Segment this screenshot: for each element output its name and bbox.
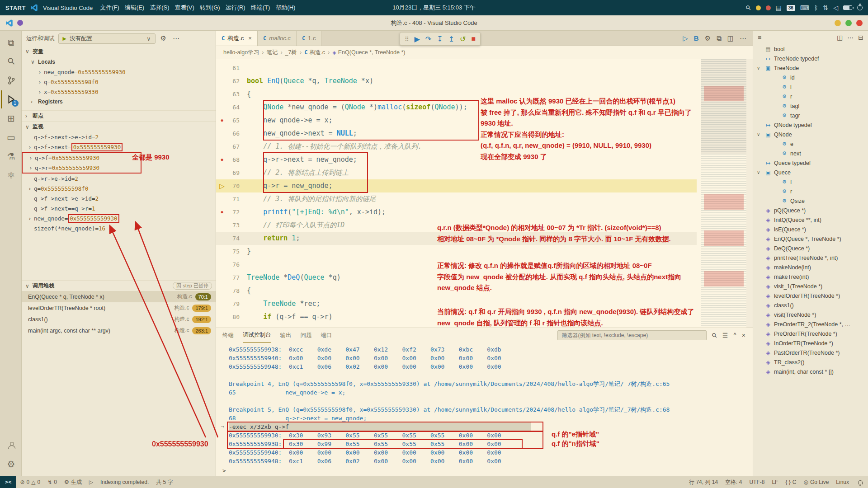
outline-item[interactable]: ◈PastOrderTR(TreeNode *): [753, 348, 868, 357]
more-actions-icon[interactable]: ⋯: [740, 34, 746, 42]
input-method-indicator[interactable]: 36: [787, 5, 795, 11]
panel-tab[interactable]: 终端: [222, 328, 234, 343]
outline-item[interactable]: ◈visit(TreeNode *): [753, 310, 868, 319]
outline-item[interactable]: ◈printTree(TreeNode *, int): [753, 253, 868, 263]
search-view-icon[interactable]: ⚲: [0, 48, 24, 75]
outline-item[interactable]: ▤bool: [753, 44, 868, 54]
drag-handle-icon[interactable]: ⠿: [405, 36, 409, 42]
indentation-setting[interactable]: 空格: 4: [722, 479, 745, 486]
outline-item[interactable]: ◈visit_1(TreeNode *): [753, 282, 868, 291]
close-icon[interactable]: ×: [248, 35, 252, 42]
chemistry-view-icon[interactable]: ⚛: [1, 166, 21, 184]
watch-item[interactable]: ›q = 0x5555555598f0: [22, 183, 216, 193]
callstack-frame[interactable]: main(int argc, const char ** argv)构造.c26…: [22, 325, 216, 336]
outline-item[interactable]: ◈PreOrderTR(TreeNode *): [753, 329, 868, 338]
problems-indicator[interactable]: ⊘0 △0: [16, 476, 44, 488]
breakpoint-icon[interactable]: ●: [216, 153, 228, 166]
go-live-button[interactable]: ◎Go Live: [800, 479, 832, 485]
menu-item[interactable]: 转到(G): [197, 4, 223, 12]
outline-item[interactable]: ◈pQ(Quece *): [753, 206, 868, 215]
menu-item[interactable]: 查看(V): [172, 4, 197, 12]
breadcrumb-item[interactable]: 笔记: [266, 49, 278, 56]
variables-section-header[interactable]: ∨ 变量: [22, 46, 216, 57]
eol-setting[interactable]: LF: [768, 479, 782, 485]
stop-button[interactable]: ■: [471, 35, 476, 43]
console-filter-input[interactable]: [557, 330, 707, 340]
outline-item[interactable]: ↦Quece typedef: [753, 158, 868, 168]
minimize-button[interactable]: [835, 20, 841, 26]
breakpoint-gutter[interactable]: [216, 271, 228, 284]
open-changes-icon[interactable]: ⧉: [717, 34, 722, 42]
search-icon[interactable]: ⚲: [744, 4, 753, 12]
breakpoint-gutter[interactable]: [216, 140, 228, 153]
split-icon[interactable]: ◫: [837, 34, 843, 41]
outline-item[interactable]: ⚙id: [753, 73, 868, 82]
breadcrumb-item[interactable]: _7树: [285, 49, 297, 56]
watch-item[interactable]: ›q->f->next = 0x555555559930: [22, 142, 216, 152]
keyboard-icon[interactable]: ⌨: [800, 4, 809, 11]
more-actions-icon[interactable]: ⋯: [847, 34, 854, 41]
breadcrumb-item[interactable]: ◈EnQ(Quece *, TreeNode *): [332, 49, 405, 56]
outline-item[interactable]: ◈makeTree(int): [753, 272, 868, 282]
ports-indicator[interactable]: ↯0: [44, 476, 61, 488]
outline-item[interactable]: ⚙f: [753, 177, 868, 187]
local-variable[interactable]: ›new_qnode = 0x555555559930: [22, 67, 216, 77]
breakpoints-section-header[interactable]: › 断点: [22, 110, 216, 121]
breakpoint-gutter[interactable]: [216, 232, 228, 245]
registers-scope[interactable]: › Registers: [22, 97, 216, 107]
remote-indicator[interactable]: ><: [0, 476, 16, 488]
outline-item[interactable]: ◈isE(Quece *): [753, 225, 868, 234]
start-button[interactable]: START: [5, 5, 26, 11]
menu-item[interactable]: 编辑(E): [122, 4, 147, 12]
menu-icon[interactable]: ☰: [722, 332, 728, 339]
outline-item[interactable]: ⚙e: [753, 139, 868, 149]
debug-current-line-icon[interactable]: ▷: [216, 179, 228, 192]
code-line[interactable]: 75}: [216, 245, 697, 258]
more-actions-icon[interactable]: ⋯: [171, 34, 181, 42]
filter-search-icon[interactable]: ⚲: [710, 331, 719, 340]
step-into-button[interactable]: ↧: [437, 35, 443, 43]
step-over-button[interactable]: ↷: [425, 35, 431, 43]
menu-item[interactable]: 终端(T): [248, 4, 273, 12]
code-line[interactable]: 62bool EnQ(Quece *q, TreeNode *x): [216, 75, 697, 88]
panel-tab[interactable]: 端口: [321, 328, 332, 343]
code-line[interactable]: ●72 printf("[+]EnQ: %d\n", x->id);: [216, 206, 697, 219]
breakpoint-icon[interactable]: ●: [216, 114, 228, 127]
indicator-red-icon[interactable]: [766, 5, 771, 10]
indicator-yellow-icon[interactable]: [756, 5, 761, 10]
breakpoint-gutter[interactable]: [216, 61, 228, 75]
code-line[interactable]: 61: [216, 61, 697, 75]
run-task-button[interactable]: ▷: [85, 476, 97, 488]
bluetooth-icon[interactable]: ᛒ: [814, 4, 818, 11]
collapse-all-icon[interactable]: ⊟: [858, 34, 863, 41]
outline-item[interactable]: ⚙l: [753, 82, 868, 92]
watch-item[interactable]: ›new_qnode = 0x555555559930: [22, 213, 216, 223]
panel-tab[interactable]: 问题: [301, 328, 312, 343]
remote-explorer-icon[interactable]: ▭: [1, 128, 21, 146]
menu-item[interactable]: 文件(F): [97, 4, 122, 12]
notifications-bell[interactable]: [853, 480, 868, 484]
network-icon[interactable]: ⇅: [823, 4, 828, 11]
breakpoint-gutter[interactable]: [216, 127, 228, 140]
close-panel-icon[interactable]: ×: [742, 332, 745, 339]
breakpoint-gutter[interactable]: [216, 258, 228, 271]
outline-item[interactable]: ∨▣QNode: [753, 130, 868, 139]
outline-item[interactable]: ◈InOrderTR(TreeNode *): [753, 338, 868, 348]
menu-item[interactable]: 帮助(H): [273, 4, 298, 12]
source-control-icon[interactable]: [1, 71, 21, 89]
watch-item[interactable]: ›q->f = 0x555555559930: [23, 153, 141, 163]
cursor-position[interactable]: 行 74, 列 14: [685, 479, 722, 486]
breakpoint-gutter[interactable]: [216, 75, 228, 88]
outline-item[interactable]: ⚙tagr: [753, 111, 868, 120]
watch-item[interactable]: sizeof(*new_qnode) = 16: [22, 223, 216, 233]
split-editor-icon[interactable]: ◫: [727, 34, 734, 42]
outline-item[interactable]: ◈class1(): [753, 300, 868, 310]
outline-item[interactable]: ◈TR_class2(): [753, 357, 868, 367]
editor-tab[interactable]: Cmalloc.c: [258, 31, 297, 46]
outline-item[interactable]: ⚙r: [753, 187, 868, 196]
breakpoint-gutter[interactable]: [216, 101, 228, 114]
outline-item[interactable]: ⚙r: [753, 92, 868, 101]
callstack-frame[interactable]: levelOrderTR(TreeNode * root)构造.c179:1: [22, 302, 216, 314]
restart-button[interactable]: ↺: [460, 35, 466, 43]
locals-scope[interactable]: ∨ Locals: [22, 57, 216, 67]
